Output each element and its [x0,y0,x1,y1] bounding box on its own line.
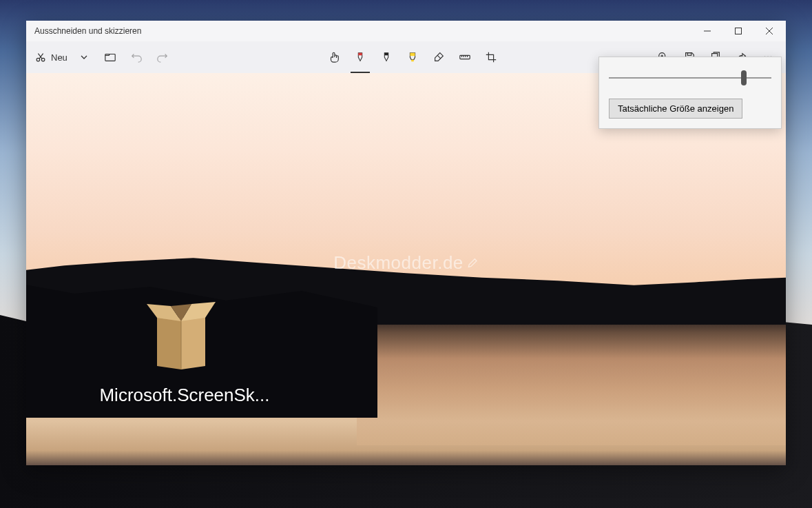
zoom-panel: Tatsächliche Größe anzeigen [598,57,782,129]
folder-icon [104,51,116,63]
close-button[interactable] [753,21,784,41]
chevron-down-icon [80,53,88,61]
svg-line-8 [438,55,441,59]
screenshot-lake-reflection [357,321,786,445]
undo-icon [130,51,143,63]
titlebar[interactable]: Ausschneiden und skizzieren [26,21,786,41]
maximize-button[interactable] [722,21,753,41]
open-file-button[interactable] [98,45,123,70]
svg-point-4 [37,58,40,61]
redo-button [150,45,175,70]
pencil-button[interactable] [374,45,399,70]
highlighter-icon [406,51,419,63]
crop-button[interactable] [479,45,503,70]
eraser-button[interactable] [426,45,451,70]
snip-icon [34,51,47,63]
desktop-file-label: Microsoft.ScreenSk... [95,385,274,406]
canvas-area[interactable]: Deskmodder.de Microsoft.ScreenSk... [26,73,786,465]
touch-writing-button[interactable] [322,45,346,70]
eraser-icon [433,51,445,63]
svg-point-5 [41,58,45,61]
undo-button [124,45,149,70]
edit-icon [466,257,479,270]
desktop-file-icon[interactable]: Microsoft.ScreenSk... [95,294,274,406]
ballpoint-pen-button[interactable] [348,45,373,70]
new-snip-label: Neu [51,52,67,63]
svg-rect-18 [687,53,691,56]
watermark-text: Deskmodder.de [333,252,464,274]
redo-icon [156,51,169,63]
new-snip-dropdown[interactable] [72,45,96,70]
zoom-slider-track [609,77,771,79]
touch-icon [328,51,340,63]
highlighter-button[interactable] [400,45,425,70]
actual-size-button[interactable]: Tatsächliche Größe anzeigen [609,99,742,119]
svg-rect-7 [412,60,415,62]
svg-rect-1 [735,28,741,34]
pen-red-icon [354,51,366,63]
window-title: Ausschneiden und skizzieren [34,26,691,36]
pen-black-icon [380,51,393,63]
watermark: Deskmodder.de [333,252,479,274]
zoom-slider[interactable] [609,70,771,86]
crop-icon [485,51,497,63]
zoom-slider-thumb[interactable] [741,70,747,85]
package-icon [140,294,229,376]
new-snip-button[interactable]: Neu [32,45,70,70]
ruler-button[interactable] [452,45,477,70]
minimize-button[interactable] [691,21,722,41]
ruler-icon [459,51,471,63]
